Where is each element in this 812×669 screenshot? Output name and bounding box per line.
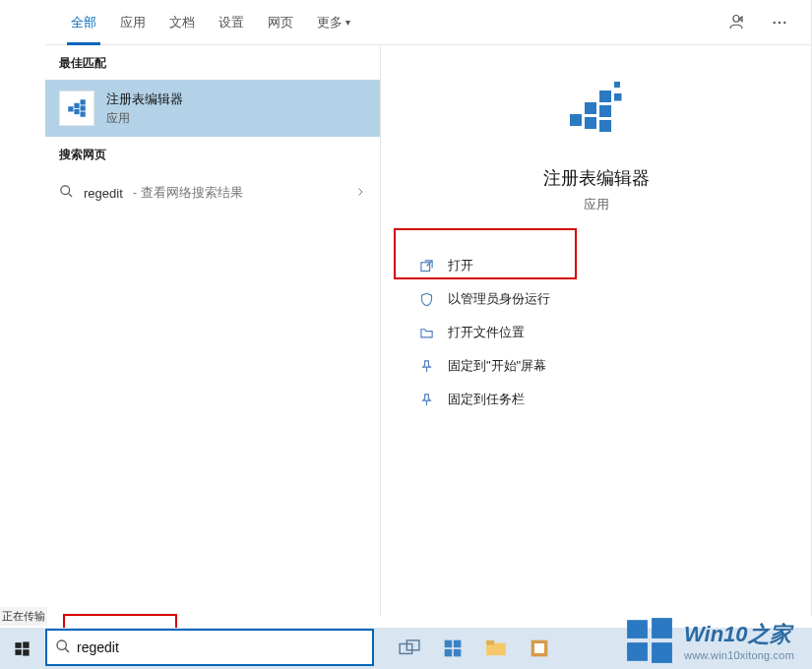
shield-icon <box>418 291 434 307</box>
cortana-icon[interactable] <box>431 628 474 669</box>
search-results-panel: 全部 应用 文档 设置 网页 更多▾ 最佳匹配 注册表编辑器 应用 <box>45 0 812 616</box>
svg-rect-11 <box>570 114 582 126</box>
search-icon <box>55 639 71 657</box>
svg-rect-13 <box>585 117 596 129</box>
svg-rect-8 <box>81 112 86 117</box>
app-details-card: 注册表编辑器 应用 <box>543 79 650 213</box>
svg-rect-16 <box>599 120 611 132</box>
svg-rect-24 <box>15 649 21 655</box>
tab-web[interactable]: 网页 <box>256 0 305 44</box>
svg-rect-38 <box>627 620 648 639</box>
svg-rect-6 <box>81 99 86 104</box>
svg-rect-39 <box>652 618 672 639</box>
svg-point-1 <box>779 21 781 23</box>
feedback-icon[interactable] <box>718 5 754 40</box>
action-open-file-location[interactable]: 打开文件位置 <box>405 316 787 349</box>
tab-settings[interactable]: 设置 <box>207 0 256 44</box>
task-view-icon[interactable] <box>388 628 431 669</box>
taskbar-search-box[interactable] <box>45 629 374 666</box>
svg-rect-33 <box>454 649 462 657</box>
chevron-down-icon: ▾ <box>345 17 350 28</box>
best-match-title: 注册表编辑器 <box>106 91 183 108</box>
tab-apps[interactable]: 应用 <box>108 0 157 44</box>
web-search-query: regedit <box>84 186 123 201</box>
search-icon <box>59 184 74 202</box>
action-pin-to-taskbar[interactable]: 固定到任务栏 <box>405 383 787 416</box>
search-tabs: 全部 应用 文档 设置 网页 更多▾ <box>45 0 811 45</box>
app-title: 注册表编辑器 <box>543 166 650 190</box>
tab-label: 网页 <box>268 14 293 31</box>
web-search-hint: - 查看网络搜索结果 <box>133 184 243 202</box>
chevron-right-icon <box>354 186 366 201</box>
action-open[interactable]: 打开 <box>405 249 787 282</box>
action-label: 以管理员身份运行 <box>448 290 550 308</box>
svg-rect-37 <box>534 643 544 653</box>
app-icon[interactable] <box>518 628 561 669</box>
web-search-item[interactable]: regedit - 查看网络搜索结果 <box>45 171 380 214</box>
windows-logo-icon <box>625 616 674 665</box>
taskbar-pinned-apps <box>388 628 561 669</box>
tab-label: 文档 <box>169 14 195 31</box>
svg-rect-32 <box>445 649 453 657</box>
search-content: 最佳匹配 注册表编辑器 应用 搜索网页 regedit - 查看网络搜索结果 <box>45 45 811 616</box>
tab-documents[interactable]: 文档 <box>157 0 207 44</box>
watermark: Win10之家 www.win10xitong.com <box>625 616 794 665</box>
svg-rect-29 <box>406 640 419 650</box>
svg-point-2 <box>783 21 785 23</box>
tab-label: 应用 <box>120 14 146 31</box>
svg-point-0 <box>774 21 776 23</box>
svg-rect-28 <box>400 644 412 654</box>
svg-rect-7 <box>81 105 86 110</box>
start-button[interactable] <box>0 628 43 669</box>
app-actions-list: 打开 以管理员身份运行 打开文件位置 固定到"开始"屏幕 固定到任务栏 <box>405 249 787 416</box>
results-left-column: 最佳匹配 注册表编辑器 应用 搜索网页 regedit - 查看网络搜索结果 <box>45 45 380 616</box>
tab-more[interactable]: 更多▾ <box>305 0 362 44</box>
file-explorer-icon[interactable] <box>474 628 518 669</box>
svg-rect-22 <box>15 642 21 648</box>
action-label: 打开 <box>448 257 473 274</box>
watermark-title: Win10之家 <box>684 620 794 649</box>
svg-rect-40 <box>627 642 648 661</box>
svg-rect-14 <box>599 91 611 102</box>
best-match-subtitle: 应用 <box>106 110 183 127</box>
svg-rect-35 <box>486 640 494 645</box>
svg-rect-23 <box>23 641 29 647</box>
action-pin-to-start[interactable]: 固定到"开始"屏幕 <box>405 349 787 383</box>
regedit-icon <box>59 91 94 126</box>
svg-line-27 <box>65 648 69 652</box>
svg-rect-5 <box>74 109 79 114</box>
svg-rect-25 <box>23 649 29 655</box>
action-label: 打开文件位置 <box>448 324 525 341</box>
app-subtitle: 应用 <box>584 196 609 213</box>
status-text: 正在传输 <box>0 607 47 626</box>
tab-label: 设置 <box>219 14 244 31</box>
tab-all[interactable]: 全部 <box>59 0 108 44</box>
watermark-url: www.win10xitong.com <box>684 649 794 661</box>
svg-rect-34 <box>486 643 506 656</box>
action-run-as-admin[interactable]: 以管理员身份运行 <box>405 282 787 316</box>
search-input[interactable] <box>77 639 364 655</box>
svg-rect-12 <box>585 102 596 114</box>
pin-icon <box>418 392 434 407</box>
svg-rect-15 <box>599 105 611 117</box>
regedit-large-icon <box>561 79 632 152</box>
open-icon <box>418 258 434 274</box>
svg-rect-17 <box>614 93 622 101</box>
details-right-column: 注册表编辑器 应用 打开 以管理员身份运行 打开文件位置 固 <box>380 45 811 616</box>
svg-line-10 <box>68 193 72 197</box>
tab-label: 全部 <box>71 14 96 31</box>
action-label: 固定到任务栏 <box>448 391 525 408</box>
best-match-item[interactable]: 注册表编辑器 应用 <box>45 80 380 137</box>
more-options-icon[interactable] <box>762 5 797 40</box>
pin-icon <box>418 358 434 374</box>
tab-label: 更多 <box>317 14 343 31</box>
best-match-header: 最佳匹配 <box>45 45 380 80</box>
svg-point-9 <box>61 186 70 195</box>
svg-rect-31 <box>454 640 462 648</box>
web-search-header: 搜索网页 <box>45 137 380 171</box>
folder-icon <box>418 325 434 340</box>
action-label: 固定到"开始"屏幕 <box>448 357 546 375</box>
svg-rect-41 <box>652 642 672 663</box>
svg-rect-3 <box>68 106 73 111</box>
svg-rect-30 <box>445 640 453 648</box>
